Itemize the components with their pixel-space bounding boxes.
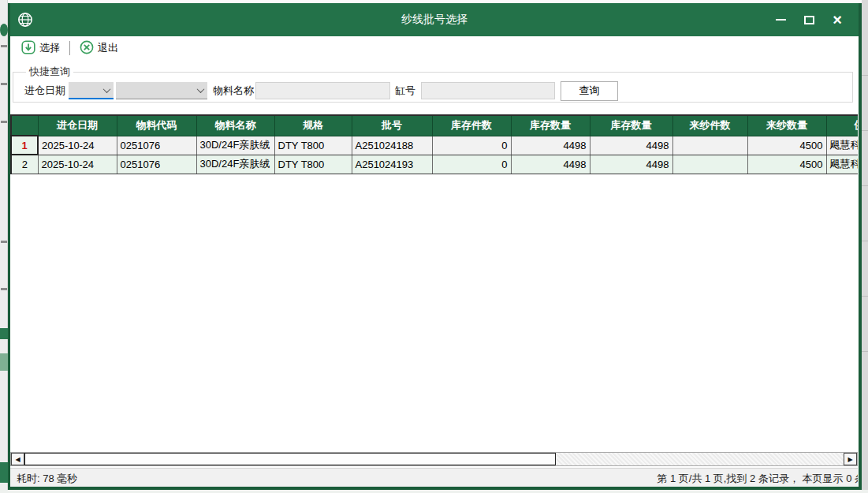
cell[interactable]: DTY T800 — [274, 136, 352, 155]
background-selected-item-fragment — [0, 328, 8, 339]
background-text-fragment — [1, 241, 7, 243]
background-text-fragment — [1, 288, 7, 290]
date-label: 进仓日期 — [24, 84, 65, 98]
column-header[interactable]: 进仓日期 — [38, 115, 117, 136]
scrollbar-thumb[interactable] — [24, 453, 556, 465]
column-header[interactable]: 规格 — [274, 115, 352, 136]
batch-table: 进仓日期物料代码物料名称规格批号库存件数库存数量库存数量来纱件数来纱数量供应商1… — [10, 114, 858, 174]
scrollbar-track[interactable] — [24, 453, 844, 465]
column-header[interactable]: 库存件数 — [432, 115, 511, 136]
cell[interactable]: 4498 — [590, 155, 672, 174]
status-bar: 耗时: 78 毫秒 第 1 页/共 1 页,找到 2 条记录， 本页显示 0 条 — [10, 468, 858, 487]
close-icon: × — [833, 12, 842, 28]
cell[interactable]: 飓慧科技 — [826, 136, 858, 155]
cell[interactable]: 4498 — [511, 155, 590, 174]
close-button[interactable]: × — [825, 8, 849, 32]
cell[interactable]: 30D/24F亲肤绒 — [196, 155, 274, 174]
quick-query-group: 快捷查询 进仓日期 物料名称 缸号 查询 — [13, 65, 853, 103]
material-name-label: 物料名称 — [213, 84, 254, 98]
cell[interactable]: A251024193 — [352, 155, 432, 174]
quick-query-title: 快捷查询 — [26, 65, 73, 79]
vat-number-input[interactable] — [421, 82, 555, 99]
column-header[interactable]: 库存数量 — [590, 115, 672, 136]
dialog-body: 选择 退出 快捷查询 进 — [10, 36, 859, 487]
select-button-label: 选择 — [39, 41, 60, 55]
cell[interactable]: 0 — [432, 155, 511, 174]
select-down-arrow-icon — [21, 40, 35, 57]
window-controls: × — [764, 8, 849, 32]
cell[interactable]: 4500 — [747, 155, 826, 174]
search-button[interactable]: 查询 — [561, 81, 618, 101]
minimize-button[interactable] — [769, 8, 792, 32]
cell[interactable] — [672, 136, 747, 155]
cell[interactable] — [672, 155, 747, 174]
background-text-fragment — [1, 121, 7, 123]
column-header[interactable]: 来纱数量 — [747, 115, 826, 136]
row-number-cell[interactable]: 1 — [11, 136, 38, 155]
row-number-cell[interactable]: 2 — [11, 155, 38, 174]
background-item-fragment — [0, 353, 8, 371]
exit-button-label: 退出 — [98, 41, 118, 55]
column-header[interactable]: 物料名称 — [196, 115, 274, 136]
cell[interactable]: 30D/24F亲肤绒 — [196, 136, 274, 155]
date-from-select[interactable] — [69, 82, 114, 99]
maximize-icon — [804, 16, 814, 24]
title-bar[interactable]: 纱线批号选择 × — [10, 3, 859, 36]
cell[interactable]: 0251076 — [117, 155, 196, 174]
material-name-input[interactable] — [255, 82, 390, 99]
select-button[interactable]: 选择 — [18, 39, 63, 58]
toolbar: 选择 退出 — [10, 36, 859, 60]
query-row: 进仓日期 物料名称 缸号 查询 — [24, 79, 852, 103]
cell[interactable]: 0 — [432, 136, 511, 155]
horizontal-scrollbar[interactable]: ◀ ▶ — [10, 452, 858, 466]
cell[interactable]: 4498 — [511, 136, 590, 155]
table-row[interactable]: 22025-10-24025107630D/24F亲肤绒DTY T800A251… — [11, 155, 858, 174]
background-window-bottom — [0, 490, 868, 493]
table-row[interactable]: 12025-10-24025107630D/24F亲肤绒DTY T800A251… — [11, 136, 858, 155]
scroll-left-button[interactable]: ◀ — [11, 453, 24, 465]
cell[interactable]: 2025-10-24 — [38, 136, 117, 155]
cell[interactable]: DTY T800 — [274, 155, 352, 174]
batch-select-dialog: 纱线批号选择 × — [8, 3, 862, 490]
maximize-button[interactable] — [797, 8, 821, 32]
column-header[interactable]: 来纱件数 — [672, 115, 747, 136]
background-scrollbar — [862, 0, 868, 493]
elapsed-time-text: 耗时: 78 毫秒 — [17, 472, 77, 486]
toolbar-separator — [69, 41, 70, 55]
pagination-text: 第 1 页/共 1 页,找到 2 条记录， 本页显示 0 条 — [657, 472, 858, 486]
background-window-edge — [0, 0, 8, 493]
chevron-down-icon — [103, 85, 111, 93]
column-header[interactable] — [11, 115, 38, 136]
screen: 纱线批号选择 × — [0, 0, 868, 493]
column-header[interactable]: 库存数量 — [511, 115, 590, 136]
cell[interactable]: 4500 — [747, 136, 826, 155]
scroll-right-button[interactable]: ▶ — [844, 453, 857, 465]
cell[interactable]: 4498 — [590, 136, 672, 155]
cell[interactable]: A251024188 — [352, 136, 432, 155]
chevron-down-icon — [197, 85, 205, 93]
background-item-fragment — [0, 462, 8, 483]
background-icon-fragment — [0, 24, 8, 36]
dialog-title: 纱线批号选择 — [10, 13, 859, 27]
date-to-select[interactable] — [116, 82, 207, 99]
cell[interactable]: 2025-10-24 — [38, 155, 117, 174]
exit-button[interactable]: 退出 — [76, 39, 121, 58]
grid-viewport: 进仓日期物料代码物料名称规格批号库存件数库存数量库存数量来纱件数来纱数量供应商1… — [10, 114, 858, 174]
vat-number-label: 缸号 — [395, 84, 415, 98]
minimize-icon — [776, 19, 786, 21]
exit-circle-x-icon — [80, 40, 94, 57]
column-header[interactable]: 物料代码 — [117, 115, 196, 136]
column-header[interactable]: 供应商 — [826, 115, 858, 136]
cell[interactable]: 飓慧科技 — [826, 155, 858, 174]
column-header[interactable]: 批号 — [352, 115, 432, 136]
background-text-fragment — [1, 83, 7, 85]
cell[interactable]: 0251076 — [117, 136, 196, 155]
background-text-fragment — [1, 45, 7, 47]
